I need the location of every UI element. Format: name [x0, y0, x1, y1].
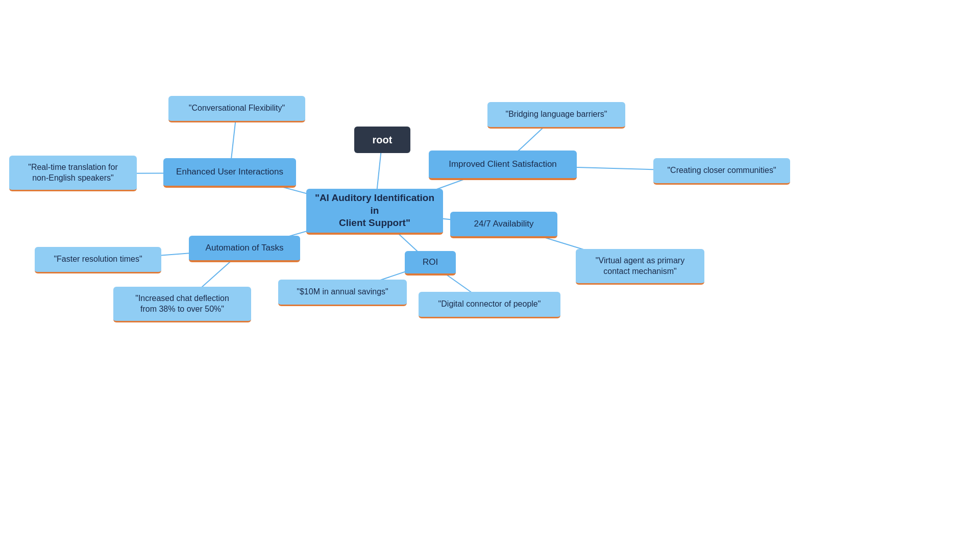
creating-node: "Creating closer communities"	[653, 158, 790, 185]
center-node: "AI Auditory Identification in Client Su…	[306, 189, 443, 235]
bridging-node: "Bridging language barriers"	[487, 102, 625, 129]
enhanced-node: Enhanced User Interactions	[163, 158, 296, 188]
realtime-node: "Real-time translation for non-English s…	[9, 156, 137, 191]
savings-node: "$10M in annual savings"	[278, 280, 407, 306]
faster-node: "Faster resolution times"	[35, 247, 161, 273]
automation-node: Automation of Tasks	[189, 236, 300, 262]
availability-node: 24/7 Availability	[450, 212, 557, 238]
increased-node: "Increased chat deflection from 38% to o…	[113, 287, 251, 322]
virtual-node: "Virtual agent as primary contact mechan…	[576, 249, 704, 285]
conversational-node: "Conversational Flexibility"	[168, 96, 305, 122]
digital-node: "Digital connector of people"	[419, 292, 560, 318]
root-node: root	[354, 127, 410, 153]
improved-node: Improved Client Satisfaction	[429, 151, 577, 180]
roi-node: ROI	[405, 251, 456, 276]
